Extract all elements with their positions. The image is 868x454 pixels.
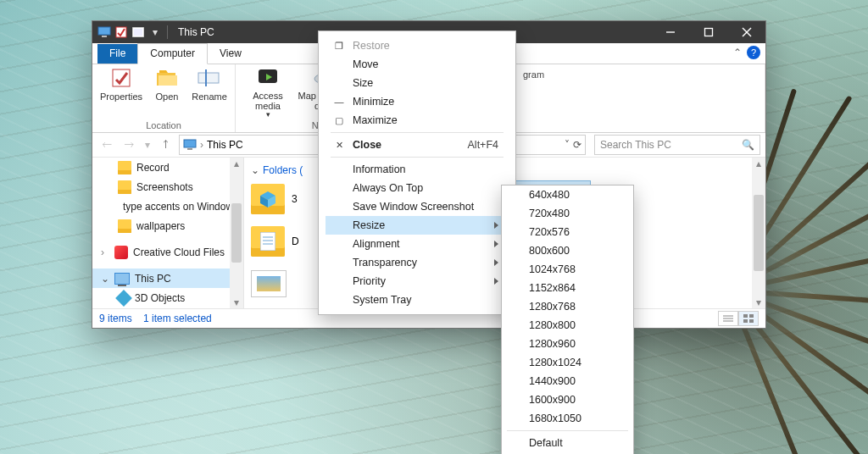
menu-size[interactable]: Size <box>326 74 509 92</box>
content-scrollbar[interactable]: ▴▾ <box>752 158 765 308</box>
ribbon-group-location: Location <box>146 120 181 130</box>
address-dropdown-icon[interactable]: ˅ <box>565 139 570 151</box>
resize-default[interactable]: Default <box>502 434 633 452</box>
navigation-pane[interactable]: Record Screenshots type accents on Windo… <box>92 158 244 308</box>
submenu-arrow-icon <box>494 222 498 229</box>
this-pc-icon <box>114 273 130 285</box>
resize-submenu: 640x480720x480720x576800x6001024x7681152… <box>501 185 634 454</box>
menu-move[interactable]: Move <box>326 55 509 74</box>
nav-back-button[interactable]: 🡐 <box>97 136 116 154</box>
sidebar-item-screenshots[interactable]: Screenshots <box>92 177 243 197</box>
resize-option[interactable]: 1280x800 <box>502 316 633 335</box>
resize-option[interactable]: 1280x768 <box>502 297 633 316</box>
folder-icon <box>118 180 131 194</box>
ribbon-rename-label: Rename <box>192 91 227 102</box>
svg-rect-27 <box>260 232 275 251</box>
svg-rect-40 <box>743 319 748 323</box>
resize-option[interactable]: 1440x900 <box>502 372 633 390</box>
ribbon-access-media[interactable]: Access media▾ <box>248 65 287 119</box>
svg-rect-41 <box>749 319 754 323</box>
menu-maximize[interactable]: ▢Maximize <box>326 111 509 130</box>
sidebar-item-label: This PC <box>135 273 171 285</box>
sidebar-scrollbar[interactable]: ▴▾ <box>230 158 243 308</box>
menu-save-screenshot[interactable]: Save Window Screenshot <box>326 197 509 216</box>
tab-file[interactable]: File <box>97 44 137 64</box>
resize-option[interactable]: 1600x900 <box>502 390 633 409</box>
sidebar-item-record[interactable]: Record <box>92 158 243 177</box>
menu-always-on-top[interactable]: Always On Top <box>326 179 509 197</box>
menu-system-tray[interactable]: System Tray <box>326 291 509 309</box>
sidebar-item-label: Record <box>136 162 170 174</box>
maximize-button[interactable] <box>689 21 727 43</box>
resize-option[interactable]: 1680x1050 <box>502 409 633 428</box>
resize-option[interactable]: 800x600 <box>502 241 633 260</box>
properties-icon <box>109 66 133 90</box>
sidebar-item-desktop[interactable]: Desktop <box>92 307 243 308</box>
submenu-arrow-icon <box>494 259 498 266</box>
sidebar-item-this-pc[interactable]: ⌄This PC <box>92 269 243 288</box>
view-details-button[interactable] <box>718 311 738 326</box>
svg-rect-4 <box>134 29 142 36</box>
status-selected: 1 item selected <box>143 313 212 324</box>
menu-close[interactable]: ✕CloseAlt+F4 <box>326 136 509 154</box>
menu-resize[interactable]: Resize <box>326 216 509 235</box>
ribbon-properties-label: Properties <box>100 91 142 102</box>
resize-option[interactable]: 720x480 <box>502 204 633 223</box>
resize-option[interactable]: 1280x960 <box>502 335 633 353</box>
sidebar-item-typeaccents[interactable]: type accents on Windows 10 <box>92 197 243 216</box>
menu-close-hotkey: Alt+F4 <box>468 139 498 151</box>
breadcrumb-this-pc[interactable]: This PC <box>207 139 243 151</box>
sidebar-item-3dobjects[interactable]: 3D Objects <box>92 288 243 307</box>
resize-option[interactable]: 640x480 <box>502 185 633 204</box>
3dobjects-icon <box>115 290 132 307</box>
folder-icon <box>118 219 131 233</box>
qa-properties-icon[interactable] <box>114 25 128 39</box>
sidebar-item-label: Screenshots <box>136 181 193 193</box>
close-button[interactable] <box>727 21 765 43</box>
sidebar-item-label: type accents on Windows 10 <box>123 201 244 213</box>
menu-priority[interactable]: Priority <box>326 272 509 291</box>
menu-information[interactable]: Information <box>326 160 509 179</box>
breadcrumb-chevron-icon[interactable]: › <box>200 139 203 151</box>
minimize-icon: — <box>332 97 346 107</box>
sidebar-item-creativecloud[interactable]: ›Creative Cloud Files <box>92 242 243 262</box>
menu-minimize[interactable]: —Minimize <box>326 92 509 111</box>
folder-item-label: 3 <box>292 193 298 205</box>
ribbon-access-label: Access media <box>248 91 287 111</box>
folder-icon <box>118 161 131 174</box>
svg-rect-1 <box>102 36 107 37</box>
address-refresh-icon[interactable]: ⟳ <box>573 139 581 151</box>
folders-section-label: Folders ( <box>263 164 303 176</box>
ribbon-rename[interactable]: Rename <box>189 66 230 102</box>
sidebar-item-wallpapers[interactable]: wallpapers <box>92 216 243 235</box>
qa-newfolder-icon[interactable] <box>131 25 145 39</box>
nav-forward-button[interactable]: 🡒 <box>120 136 138 154</box>
resize-option[interactable]: 720x576 <box>502 223 633 241</box>
menu-alignment[interactable]: Alignment <box>326 235 509 253</box>
search-placeholder: Search This PC <box>600 139 671 151</box>
resize-option[interactable]: 1152x864 <box>502 279 633 297</box>
resize-option[interactable]: 1024x768 <box>502 260 633 279</box>
this-pc-title-icon <box>97 25 111 39</box>
minimize-button[interactable] <box>651 21 689 43</box>
search-input[interactable]: Search This PC 🔍 <box>594 135 760 155</box>
ribbon-open[interactable]: Open <box>150 66 184 102</box>
svg-marker-11 <box>159 70 168 73</box>
ribbon-properties[interactable]: Properties <box>97 66 145 102</box>
system-menu: ❐Restore Move Size —Minimize ▢Maximize ✕… <box>318 30 516 315</box>
ribbon-collapse-icon[interactable]: ⌃ <box>733 47 742 58</box>
access-media-icon <box>256 65 280 89</box>
titlebar-separator <box>167 25 168 39</box>
view-icons-button[interactable] <box>738 311 759 326</box>
svg-rect-6 <box>704 29 712 36</box>
menu-restore[interactable]: ❐Restore <box>326 36 509 55</box>
tab-computer[interactable]: Computer <box>137 43 208 64</box>
resize-option[interactable]: 1280x1024 <box>502 353 633 372</box>
qa-dropdown-icon[interactable]: ▾ <box>148 25 162 39</box>
help-icon[interactable]: ? <box>747 46 760 59</box>
sidebar-item-label: wallpapers <box>136 220 185 232</box>
menu-transparency[interactable]: Transparency <box>326 253 509 272</box>
nav-up-button[interactable]: 🡑 <box>157 136 175 154</box>
nav-recent-button[interactable]: ▾ <box>142 136 153 154</box>
tab-view[interactable]: View <box>208 44 253 64</box>
